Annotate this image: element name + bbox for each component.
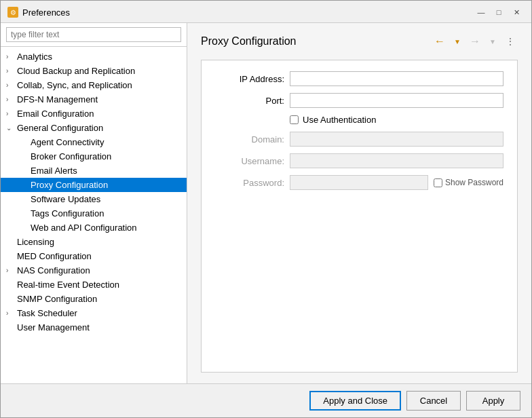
use-auth-label[interactable]: Use Authentication [303, 115, 376, 125]
sidebar-item-licensing[interactable]: Licensing [1, 235, 187, 249]
sidebar-label-med-config: MED Configuration [17, 251, 181, 261]
sidebar-item-user-management[interactable]: User Management [1, 320, 187, 335]
chevron-right-icon: › [6, 309, 17, 317]
password-label: Password: [215, 178, 290, 188]
sidebar-item-analytics[interactable]: › Analytics [1, 50, 187, 64]
sidebar-item-email-alerts[interactable]: Email Alerts [1, 164, 187, 178]
sidebar-label-email-alerts: Email Alerts [31, 166, 181, 176]
ip-address-row: IP Address: [215, 71, 504, 86]
show-password-wrap: Show Password [434, 178, 504, 187]
bottom-bar: Apply and Close Cancel Apply [1, 383, 531, 417]
username-label: Username: [215, 156, 290, 166]
apply-button[interactable]: Apply [466, 391, 520, 411]
chevron-right-icon: › [6, 67, 17, 75]
domain-input[interactable] [290, 132, 504, 147]
forward-dropdown-button[interactable]: ▼ [485, 34, 500, 49]
titlebar: ⚙ Preferences — □ ✕ [1, 1, 531, 23]
preferences-window: ⚙ Preferences — □ ✕ › Analytics › [0, 0, 532, 418]
sidebar-item-cloud-backup[interactable]: › Cloud Backup and Replication [1, 64, 187, 78]
sidebar-item-snmp-config[interactable]: SNMP Configuration [1, 292, 187, 306]
window-title: Preferences [22, 7, 70, 18]
password-input[interactable] [290, 175, 428, 190]
chevron-right-icon: › [6, 267, 17, 274]
panel-title: Proxy Configuration [201, 35, 297, 48]
port-input[interactable] [290, 93, 504, 108]
sidebar-label-dfs-n: DFS-N Management [17, 94, 181, 104]
close-button[interactable]: ✕ [508, 6, 525, 18]
use-auth-row: Use Authentication [290, 115, 504, 125]
forward-icon: → [470, 35, 480, 48]
chevron-down-icon: ⌄ [6, 124, 17, 132]
sidebar-item-collab-sync[interactable]: › Collab, Sync, and Replication [1, 78, 187, 92]
panel-toolbar: ← ▼ → ▼ ⋮ [432, 34, 518, 49]
app-icon: ⚙ [7, 7, 18, 18]
sidebar-item-general-config[interactable]: ⌄ General Configuration [1, 121, 187, 135]
content-area: › Analytics › Cloud Backup and Replicati… [1, 23, 531, 383]
domain-row: Domain: [215, 132, 504, 147]
sidebar-item-web-api-config[interactable]: Web and API Configuration [1, 221, 187, 235]
sidebar-label-user-management: User Management [17, 322, 181, 332]
cancel-button[interactable]: Cancel [406, 391, 461, 411]
port-row: Port: [215, 93, 504, 108]
sidebar-label-collab-sync: Collab, Sync, and Replication [17, 80, 181, 90]
chevron-down-icon: ▼ [454, 38, 461, 45]
sidebar-item-software-updates[interactable]: Software Updates [1, 192, 187, 206]
sidebar-item-tags-config[interactable]: Tags Configuration [1, 206, 187, 221]
chevron-right-icon: › [6, 81, 17, 89]
maximize-button[interactable]: □ [491, 6, 507, 18]
port-label: Port: [215, 96, 290, 106]
sidebar-item-dfs-n[interactable]: › DFS-N Management [1, 92, 187, 107]
window-controls: — □ ✕ [473, 6, 525, 18]
chevron-right-icon: › [6, 110, 17, 117]
panel-header: Proxy Configuration ← ▼ → ▼ ⋮ [201, 34, 518, 49]
sidebar-item-realtime-event[interactable]: Real-time Event Detection [1, 278, 187, 292]
tree: › Analytics › Cloud Backup and Replicati… [1, 47, 187, 383]
sidebar-label-realtime-event: Real-time Event Detection [17, 280, 181, 290]
ip-address-input[interactable] [290, 71, 504, 86]
chevron-right-icon: › [6, 53, 17, 60]
domain-label: Domain: [215, 134, 290, 145]
sidebar-label-licensing: Licensing [17, 237, 181, 247]
username-row: Username: [215, 153, 504, 168]
ip-address-label: IP Address: [215, 74, 290, 84]
use-auth-checkbox[interactable] [290, 115, 299, 124]
filter-input[interactable] [6, 27, 181, 42]
sidebar-label-email-config: Email Configuration [17, 109, 181, 119]
show-password-checkbox[interactable] [434, 178, 442, 187]
sidebar-label-tags-config: Tags Configuration [31, 208, 181, 218]
sidebar-label-proxy-config: Proxy Configuration [31, 180, 181, 190]
sidebar-item-proxy-config[interactable]: Proxy Configuration [1, 178, 187, 192]
sidebar-item-email-config[interactable]: › Email Configuration [1, 107, 187, 121]
more-options-button[interactable]: ⋮ [503, 34, 518, 49]
minimize-button[interactable]: — [473, 6, 489, 18]
sidebar-label-web-api-config: Web and API Configuration [31, 223, 181, 233]
main-panel: Proxy Configuration ← ▼ → ▼ ⋮ [187, 23, 531, 383]
sidebar-item-med-config[interactable]: MED Configuration [1, 249, 187, 263]
sidebar-item-nas-config[interactable]: › NAS Configuration [1, 263, 187, 278]
sidebar-label-nas-config: NAS Configuration [17, 265, 181, 276]
back-dropdown-button[interactable]: ▼ [450, 34, 465, 49]
sidebar-label-task-scheduler: Task Scheduler [17, 308, 181, 318]
apply-and-close-button[interactable]: Apply and Close [309, 391, 401, 411]
forward-button[interactable]: → [468, 34, 482, 49]
sidebar-label-analytics: Analytics [17, 52, 181, 62]
show-password-label[interactable]: Show Password [445, 178, 504, 187]
titlebar-left: ⚙ Preferences [7, 7, 70, 18]
filter-box [1, 23, 187, 47]
back-button[interactable]: ← [432, 34, 447, 49]
sidebar: › Analytics › Cloud Backup and Replicati… [1, 23, 187, 383]
sidebar-item-broker-config[interactable]: Broker Configuration [1, 149, 187, 164]
username-input[interactable] [290, 153, 504, 168]
sidebar-label-software-updates: Software Updates [31, 194, 181, 204]
sidebar-label-cloud-backup: Cloud Backup and Replication [17, 66, 181, 76]
sidebar-item-agent-connectivity[interactable]: Agent Connectivity [1, 135, 187, 149]
more-dots-icon: ⋮ [506, 37, 515, 46]
sidebar-label-agent-connectivity: Agent Connectivity [31, 137, 181, 147]
sidebar-label-snmp-config: SNMP Configuration [17, 294, 181, 304]
chevron-down-icon-fwd: ▼ [489, 38, 496, 45]
form-area: IP Address: Port: Use Authentication Dom… [201, 60, 518, 373]
sidebar-item-task-scheduler[interactable]: › Task Scheduler [1, 306, 187, 320]
chevron-right-icon: › [6, 96, 17, 103]
back-icon: ← [434, 35, 445, 48]
sidebar-label-broker-config: Broker Configuration [31, 151, 181, 162]
